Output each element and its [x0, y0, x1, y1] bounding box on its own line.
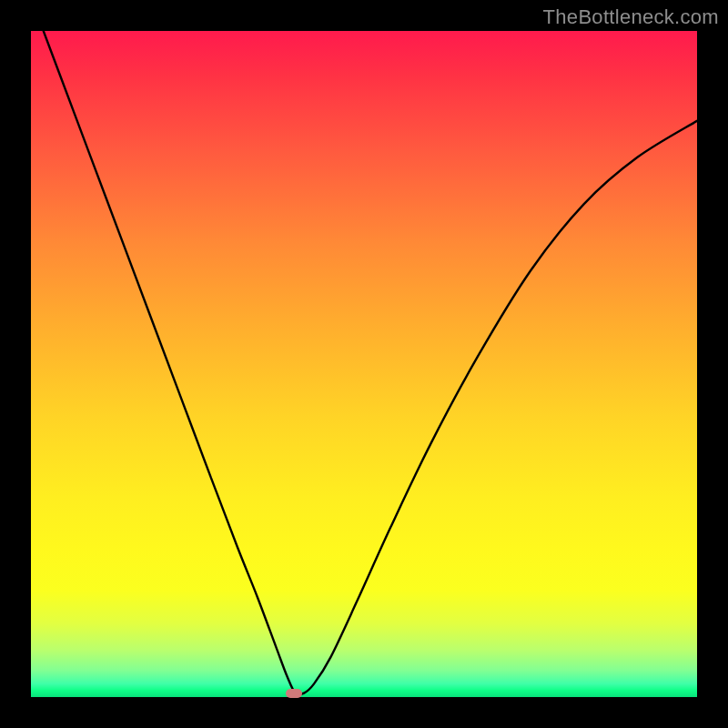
- curve-svg: [31, 31, 697, 697]
- watermark-text: TheBottleneck.com: [543, 5, 719, 29]
- plot-area: [31, 31, 697, 697]
- optimum-marker: [286, 689, 302, 698]
- chart-frame: TheBottleneck.com: [0, 0, 728, 728]
- bottleneck-curve-path: [31, 31, 697, 694]
